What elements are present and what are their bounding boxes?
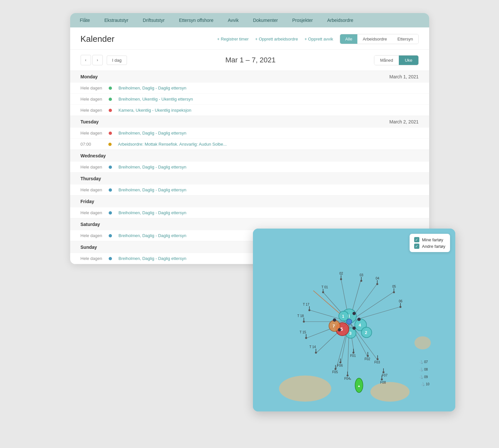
calendar-panel: Flåte Ekstrautstyr Driftsutstyr Ettersyn…: [70, 13, 429, 264]
nav-tab-driftsutstyr[interactable]: Driftsutstyr: [136, 13, 172, 27]
event-text[interactable]: Breiholmen, Daglig - Daglig ettersyn: [118, 131, 186, 136]
opprett-arbeidsordre-action[interactable]: + Opprett arbeidsordre: [255, 37, 298, 41]
map-visualization: T 01 02 03 04 05: [253, 229, 455, 411]
event-row: Hele dagen Breiholmen, Daglig - Daglig e…: [70, 207, 429, 218]
nav-tab-flate[interactable]: Flåte: [73, 13, 97, 27]
event-text[interactable]: Breiholmen, Daglig - Daglig ettersyn: [118, 187, 186, 192]
nav-tab-dokumenter[interactable]: Dokumenter: [246, 13, 285, 27]
event-dot-yellow: [108, 143, 112, 146]
nav-tab-avvik[interactable]: Avvik: [221, 13, 246, 27]
filter-arbeidsordre[interactable]: Arbeidsordre: [357, 34, 392, 44]
day-name-thursday: Thursday: [81, 176, 101, 181]
day-date-tuesday: March 2, 2021: [389, 119, 419, 124]
svg-point-61: [367, 355, 369, 357]
svg-point-80: [382, 371, 384, 373]
day-group-friday: Friday Hele dagen Breiholmen, Daglig - D…: [70, 196, 429, 218]
day-name-saturday: Saturday: [81, 222, 100, 227]
event-time: Hele dagen: [81, 131, 102, 136]
svg-text:F08: F08: [380, 381, 386, 384]
svg-point-2: [370, 382, 410, 402]
calendar-header: Kalender + Registrer timer + Opprett arb…: [70, 27, 429, 50]
svg-text:T 14: T 14: [309, 345, 316, 349]
event-row: Hele dagen Breiholmen, Daglig - Daglig e…: [70, 83, 429, 94]
event-time: Hele dagen: [81, 210, 102, 215]
map-panel[interactable]: ✓ Mine fartøy ✓ Andre fartøy: [253, 229, 455, 411]
day-header-wednesday: Wednesday: [70, 150, 429, 162]
calendar-nav-row: ‹ › I dag Mar 1 – 7, 2021 Måned Uke: [70, 50, 429, 71]
filter-ettersyn[interactable]: Ettersyn: [392, 34, 418, 44]
svg-point-101: [352, 327, 356, 330]
nav-tab-arbeidsordre[interactable]: Arbeidsordre: [320, 13, 361, 27]
svg-text:F03: F03: [374, 360, 380, 364]
event-time: Hele dagen: [81, 233, 102, 238]
event-time: Hele dagen: [81, 97, 102, 102]
view-month-button[interactable]: Måned: [374, 56, 399, 65]
event-time: Hele dagen: [81, 165, 102, 169]
next-arrow-button[interactable]: ›: [92, 55, 103, 65]
event-text[interactable]: Breiholmen, Ukentlig - Ukentlig ettersyn: [118, 97, 193, 102]
svg-point-58: [352, 352, 354, 354]
filter-alle[interactable]: Alle: [340, 34, 358, 44]
svg-point-67: [339, 361, 341, 363]
event-text[interactable]: Kamera, Ukentlig - Ukentlig inspeksjon: [118, 108, 191, 113]
svg-text:03: 03: [360, 273, 364, 277]
filter-group: Alle Arbeidsordre Ettersyn: [340, 34, 419, 44]
event-text[interactable]: Breiholmen, Daglig - Daglig ettersyn: [118, 86, 186, 90]
event-time: 07:00: [81, 142, 102, 147]
svg-point-46: [308, 309, 310, 311]
nav-tab-prosjekter[interactable]: Prosjekter: [285, 13, 320, 27]
event-dot-blue: [109, 211, 112, 215]
svg-point-28: [322, 291, 324, 293]
register-timer-action[interactable]: + Registrer timer: [217, 37, 248, 41]
day-header-tuesday: Tuesday March 2, 2021: [70, 116, 429, 128]
andre-fartoy-checkbox[interactable]: ✓: [414, 244, 419, 249]
svg-point-102: [357, 318, 361, 321]
svg-point-3: [414, 336, 431, 349]
day-name-monday: Monday: [81, 74, 98, 79]
event-text[interactable]: Breiholmen, Daglig - Daglig ettersyn: [118, 165, 186, 169]
event-text[interactable]: Breiholmen, Daglig - Daglig ettersyn: [118, 256, 186, 261]
nav-tab-ekstrautstyr[interactable]: Ekstrautstyr: [97, 13, 136, 27]
nav-tab-ettersyn[interactable]: Ettersyn offshore: [172, 13, 221, 27]
event-dot-green: [109, 87, 112, 90]
event-dot-blue: [109, 166, 112, 169]
mine-fartoy-label: Mine fartøy: [422, 237, 443, 242]
svg-point-1: [279, 376, 331, 402]
today-button[interactable]: I dag: [107, 56, 127, 65]
svg-point-49: [303, 321, 305, 323]
svg-point-52: [305, 337, 307, 339]
legend-item-andre: ✓ Andre fartøy: [414, 244, 445, 249]
event-dot-blue: [109, 188, 112, 192]
svg-text:T 15: T 15: [300, 330, 306, 334]
svg-point-103: [352, 312, 356, 315]
svg-text:F05: F05: [332, 370, 338, 374]
day-group-wednesday: Wednesday Hele dagen Breiholmen, Daglig …: [70, 150, 429, 173]
day-header-thursday: Thursday: [70, 173, 429, 184]
prev-arrow-button[interactable]: ‹: [81, 55, 91, 65]
event-row: Hele dagen Breiholmen, Ukentlig - Ukentl…: [70, 94, 429, 105]
day-header-monday: Monday March 1, 2021: [70, 71, 429, 83]
svg-point-100: [338, 328, 341, 331]
week-range-label: Mar 1 – 7, 2021: [127, 56, 374, 64]
event-time: Hele dagen: [81, 256, 102, 261]
day-date-monday: March 1, 2021: [389, 74, 419, 79]
event-text[interactable]: Arbeidsordre: Mottak Rensefisk. Ansvarli…: [118, 142, 227, 147]
event-text[interactable]: Breiholmen, Daglig - Daglig ettersyn: [118, 233, 186, 238]
svg-text:05: 05: [392, 285, 396, 288]
svg-point-73: [347, 375, 349, 376]
svg-text:7: 7: [333, 324, 335, 328]
mine-fartoy-checkbox[interactable]: ✓: [414, 237, 419, 242]
svg-point-64: [377, 358, 379, 360]
event-row: Hele dagen Breiholmen, Daglig - Daglig e…: [70, 184, 429, 195]
opprett-avvik-action[interactable]: + Opprett avvik: [304, 37, 333, 41]
svg-point-99: [333, 318, 336, 322]
day-name-friday: Friday: [81, 199, 94, 204]
svg-text:02: 02: [339, 272, 343, 275]
svg-point-98: [347, 319, 352, 324]
view-week-button[interactable]: Uke: [399, 56, 418, 65]
svg-text:4: 4: [359, 323, 361, 328]
event-text[interactable]: Breiholmen, Daglig - Daglig ettersyn: [118, 210, 186, 215]
svg-text:1: 1: [342, 314, 344, 319]
svg-text:▲: ▲: [357, 384, 361, 388]
svg-point-55: [315, 352, 317, 354]
